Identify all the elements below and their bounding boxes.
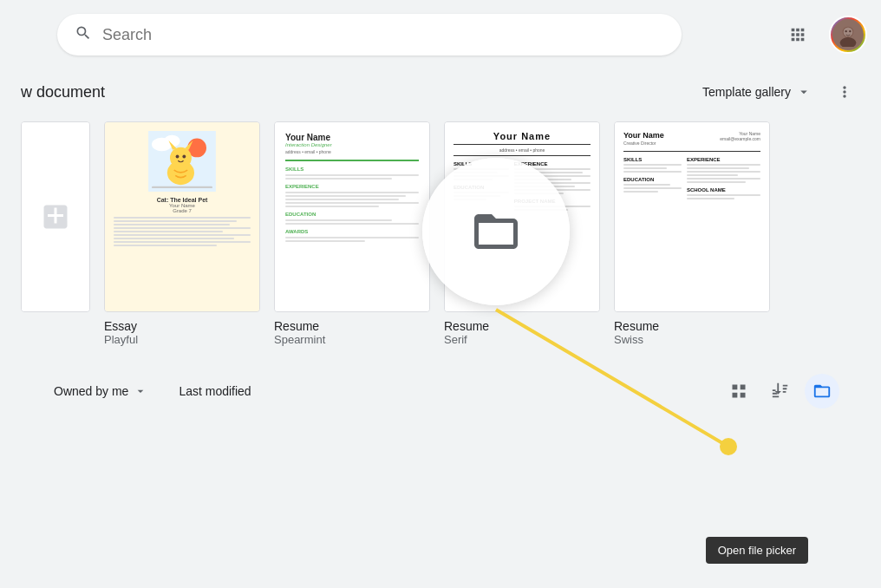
section-title: w document — [21, 83, 105, 101]
svg-rect-15 — [152, 186, 212, 188]
owned-by-me-label: Owned by me — [54, 384, 128, 398]
svg-point-3 — [845, 30, 847, 32]
search-bar — [57, 14, 682, 56]
svg-point-1 — [840, 37, 857, 47]
tooltip-popup: Open file picker — [706, 537, 808, 564]
apps-grid-button[interactable] — [780, 17, 815, 52]
header — [0, 0, 881, 69]
template-gallery-button[interactable]: Template gallery — [692, 79, 822, 105]
avatar-inner — [832, 19, 864, 50]
template-grid: Cat: The Ideal Pet Your NameGrade 7 — [21, 121, 860, 360]
section-header: w document Template gallery — [21, 69, 860, 121]
header-right — [780, 16, 867, 54]
last-modified-button[interactable]: Last modified — [166, 377, 263, 405]
template-gallery-label: Template gallery — [702, 85, 791, 99]
bottom-toolbar: Owned by me Last modified — [21, 367, 860, 415]
template-thumb-partial — [21, 121, 90, 312]
template-thumb-essay: Cat: The Ideal Pet Your NameGrade 7 — [104, 121, 260, 312]
template-name-swiss: Resume — [614, 319, 770, 333]
avatar[interactable] — [829, 16, 867, 54]
template-name-essay: Essay — [104, 319, 260, 333]
template-name-serif: Resume — [444, 319, 600, 333]
search-icon — [75, 24, 92, 46]
template-name-spearmint: Resume — [274, 319, 430, 333]
svg-point-13 — [176, 155, 179, 159]
template-thumb-spearmint: Your Name Interaction Designer address •… — [274, 121, 430, 312]
main-content: w document Template gallery — [0, 69, 881, 415]
template-thumb-swiss: Your Name Creative Director Your Name em… — [614, 121, 770, 312]
template-card-essay-playful[interactable]: Cat: The Ideal Pet Your NameGrade 7 — [104, 121, 260, 346]
template-subname-serif: Serif — [444, 333, 600, 346]
svg-point-4 — [849, 30, 851, 32]
svg-point-17 — [720, 438, 737, 455]
template-subname-spearmint: Spearmint — [274, 333, 430, 346]
template-thumb-serif: Your Name address • email • phone Skills — [444, 121, 600, 312]
search-input[interactable] — [102, 26, 664, 44]
svg-point-10 — [170, 147, 192, 169]
template-card-resume-spearmint[interactable]: Your Name Interaction Designer address •… — [274, 121, 430, 346]
more-options-button[interactable] — [829, 76, 860, 108]
sort-az-button[interactable] — [763, 374, 798, 408]
tooltip-text: Open file picker — [718, 544, 796, 557]
template-subname-essay: Playful — [104, 333, 260, 346]
svg-point-14 — [182, 155, 186, 159]
section-actions: Template gallery — [692, 76, 860, 108]
owned-by-me-button[interactable]: Owned by me — [42, 377, 160, 405]
grid-view-button[interactable] — [721, 374, 756, 408]
template-card-resume-serif[interactable]: Your Name address • email • phone Skills — [444, 121, 600, 346]
template-card-partial[interactable] — [21, 121, 90, 346]
template-card-resume-swiss[interactable]: Your Name Creative Director Your Name em… — [614, 121, 770, 346]
svg-point-2 — [844, 27, 853, 36]
open-file-picker-button[interactable] — [805, 374, 839, 408]
template-subname-swiss: Swiss — [614, 333, 770, 346]
last-modified-label: Last modified — [179, 384, 251, 398]
